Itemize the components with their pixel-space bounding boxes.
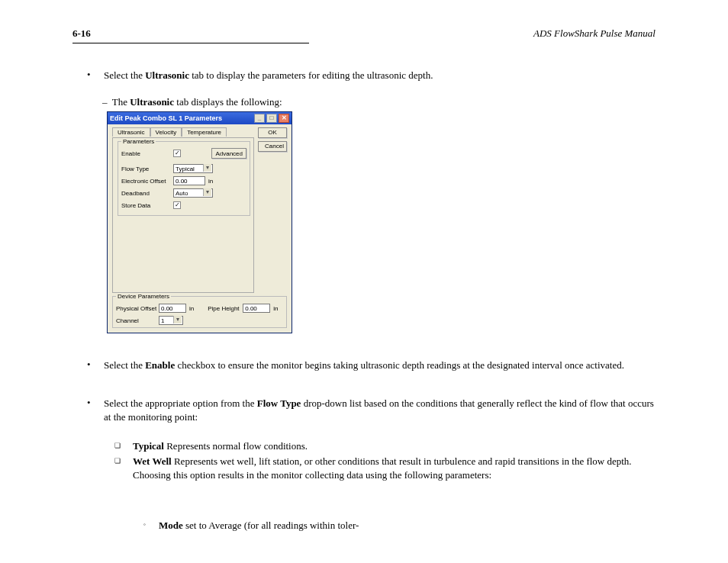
bullet-dot: •	[87, 69, 104, 82]
physical-offset-unit: in	[189, 305, 194, 312]
ok-button[interactable]: OK	[258, 127, 287, 138]
physical-offset-label: Physical Offset	[116, 305, 159, 312]
tabstrip: Ultrasonic Velocity Temperature	[112, 127, 227, 137]
sub-sub-bullet-mode: ◦ Mode set to Average (for all readings …	[143, 519, 656, 532]
storedata-label: Store Data	[121, 202, 173, 209]
cancel-button[interactable]: Cancel	[258, 141, 287, 152]
header-rule	[72, 43, 309, 43]
device-parameters-legend: Device Parameters	[116, 293, 171, 300]
channel-label: Channel	[116, 317, 159, 324]
edit-parameters-dialog: Edit Peak Combo SL 1 Parameters _ □ ✕ Ul…	[107, 111, 292, 333]
bullet-1-sub: – The Ultrasonic tab displays the follow…	[102, 96, 656, 108]
physical-offset-input[interactable]: 0.00	[159, 304, 186, 313]
parameters-group: Parameters Enable ✓ Advanced Flow Type T…	[118, 141, 250, 216]
sub-bullet-wetwell-text: Wet Well Represents wet well, lift stati…	[133, 455, 656, 481]
bullet-dot: •	[87, 397, 104, 423]
page-number: 6-16	[72, 27, 91, 40]
flowtype-select[interactable]: Typical	[173, 164, 213, 173]
flowtype-label: Flow Type	[121, 166, 173, 172]
tab-velocity[interactable]: Velocity	[150, 127, 182, 137]
enable-checkbox[interactable]: ✓	[173, 150, 181, 157]
bullet-dot: •	[87, 359, 104, 372]
maximize-icon[interactable]: □	[266, 114, 277, 123]
bullet-3: • Select the appropriate option from the…	[87, 397, 656, 423]
tabpanel-ultrasonic: Parameters Enable ✓ Advanced Flow Type T…	[112, 137, 254, 293]
square-bullet-icon: ❏	[114, 455, 133, 481]
electronic-offset-input[interactable]: 0.00	[173, 176, 205, 185]
deadband-label: Deadband	[121, 190, 173, 197]
dialog-title: Edit Peak Combo SL 1 Parameters	[110, 114, 222, 122]
ring-bullet-icon: ◦	[143, 519, 159, 532]
bullet-1-text: Select the Ultrasonic tab to display the…	[104, 69, 656, 82]
bullet-2: • Select the Enable checkbox to ensure t…	[87, 359, 656, 372]
pipe-height-unit: in	[273, 305, 278, 312]
parameters-legend: Parameters	[121, 138, 156, 145]
channel-select[interactable]: 1	[159, 316, 183, 325]
sub-bullet-typical-text: Typical Represents normal flow condition…	[133, 439, 656, 453]
sub-bullet-typical: ❏ Typical Represents normal flow conditi…	[114, 439, 656, 453]
close-icon[interactable]: ✕	[279, 114, 289, 123]
sub-sub-bullet-mode-text: Mode set to Average (for all readings wi…	[159, 519, 656, 532]
device-parameters-group: Device Parameters Physical Offset 0.00 i…	[112, 296, 287, 328]
tab-temperature[interactable]: Temperature	[182, 127, 227, 137]
minimize-icon[interactable]: _	[254, 114, 265, 123]
enable-label: Enable	[121, 150, 173, 157]
pipe-height-label: Pipe Height	[208, 305, 243, 312]
sub-bullet-wetwell: ❏ Wet Well Represents wet well, lift sta…	[114, 455, 656, 481]
pipe-height-input[interactable]: 0.00	[243, 304, 270, 313]
electronic-offset-label: Electronic Offset	[121, 178, 173, 185]
storedata-checkbox[interactable]: ✓	[173, 201, 181, 209]
tab-ultrasonic[interactable]: Ultrasonic	[112, 127, 150, 137]
advanced-button[interactable]: Advanced	[211, 148, 246, 159]
square-bullet-icon: ❏	[114, 439, 133, 453]
electronic-offset-unit: in	[208, 178, 213, 185]
bullet-1: • Select the Ultrasonic tab to display t…	[87, 69, 656, 82]
dialog-titlebar: Edit Peak Combo SL 1 Parameters _ □ ✕	[108, 112, 292, 124]
bullet-3-text: Select the appropriate option from the F…	[104, 397, 656, 423]
bullet-2-text: Select the Enable checkbox to ensure the…	[104, 359, 656, 372]
page-header-title: ADS FlowShark Pulse Manual	[533, 27, 656, 40]
deadband-select[interactable]: Auto	[173, 188, 213, 198]
